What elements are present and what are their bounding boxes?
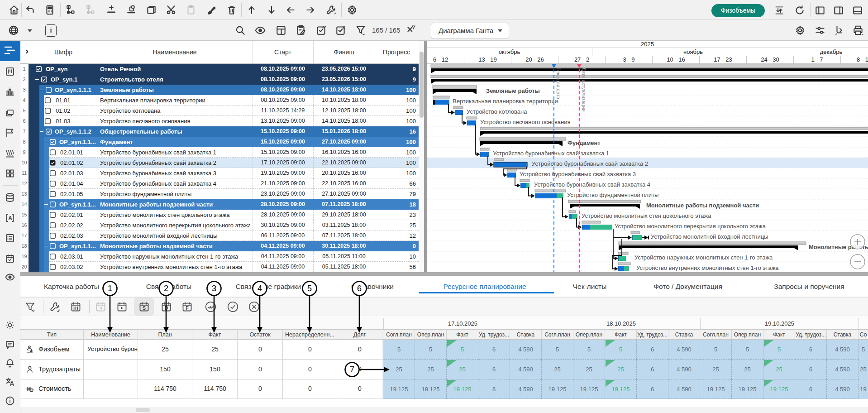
- svg-text:1: 1: [108, 284, 112, 293]
- svg-text:5: 5: [307, 284, 312, 293]
- svg-text:2: 2: [164, 284, 168, 293]
- svg-text:4: 4: [258, 284, 262, 293]
- svg-text:7: 7: [350, 365, 354, 374]
- svg-text:3: 3: [212, 284, 216, 293]
- svg-text:6: 6: [357, 284, 362, 293]
